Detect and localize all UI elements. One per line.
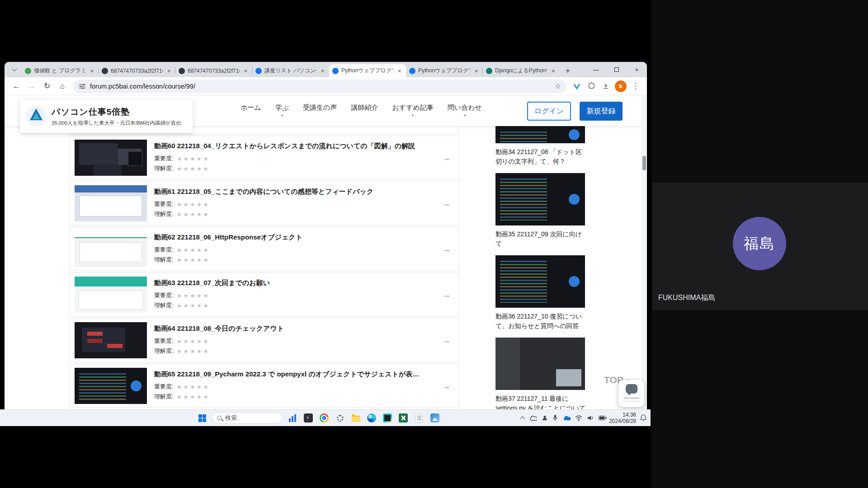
- browser-tab[interactable]: 講座リスト パソコン仕事... ×: [252, 64, 329, 77]
- star-rating[interactable]: ★★★★★: [177, 155, 210, 162]
- minimize-button[interactable]: —: [586, 62, 606, 77]
- scrollbar[interactable]: [642, 95, 647, 409]
- home-button[interactable]: ⌂: [55, 79, 70, 94]
- photos-icon[interactable]: [429, 412, 441, 424]
- settings-gear-icon[interactable]: [334, 412, 346, 424]
- onedrive-icon[interactable]: [529, 415, 537, 421]
- lesson-thumbnail[interactable]: [75, 277, 147, 313]
- browser-tab[interactable]: 68747470733a2f2f716... ×: [99, 64, 175, 77]
- wifi-icon[interactable]: [575, 415, 582, 421]
- extension-v-icon[interactable]: [570, 80, 584, 93]
- video-thumbnail[interactable]: [495, 126, 585, 143]
- sidebar-video-item[interactable]: 動画34 221127_08 「ドット区切りの文字列」て、何？: [495, 126, 587, 166]
- lesson-card[interactable]: 動画60 221218_04_リクエストからレスポンスまでの流れについての「図解…: [70, 136, 459, 180]
- extensions-puzzle-icon[interactable]: [585, 80, 598, 93]
- tab-search-button[interactable]: [9, 64, 20, 75]
- nav-item[interactable]: 受講生の声: [303, 95, 337, 126]
- star-rating[interactable]: ★★★★★: [177, 394, 210, 400]
- nav-item[interactable]: 学ぶ ▼: [275, 95, 289, 126]
- lesson-card[interactable]: 動画61 221218_05_ここまでの内容についての感想等とフィードバック 重…: [70, 181, 459, 225]
- taskbar-clock[interactable]: 14:36 2024/08/28: [609, 412, 636, 424]
- tab-close-icon[interactable]: ×: [396, 67, 403, 75]
- video-thumbnail[interactable]: [495, 173, 585, 225]
- star-rating[interactable]: ★★★★★: [177, 338, 210, 345]
- video-thumbnail[interactable]: [495, 255, 585, 308]
- arrow-right-icon[interactable]: →: [442, 381, 451, 391]
- scrollbar-thumb[interactable]: [642, 156, 646, 170]
- site-info-icon[interactable]: [79, 83, 86, 90]
- browser-tab[interactable]: 68747470733a2f2f716... ×: [175, 64, 252, 77]
- microphone-icon[interactable]: [552, 414, 558, 422]
- volume-icon[interactable]: [587, 415, 594, 421]
- downloads-icon[interactable]: [599, 80, 613, 93]
- sidebar-video-item[interactable]: 動画35 221127_09 次回に向けて: [495, 173, 587, 249]
- star-rating[interactable]: ★★★★★: [177, 302, 210, 309]
- new-tab-button[interactable]: +: [561, 65, 574, 77]
- star-rating[interactable]: ★★★★★: [177, 348, 210, 355]
- nav-item[interactable]: ホーム: [241, 95, 261, 126]
- nav-item[interactable]: 講師紹介: [351, 95, 378, 126]
- arrow-right-icon[interactable]: →: [442, 244, 451, 254]
- tab-close-icon[interactable]: ×: [165, 67, 172, 75]
- browser-tab[interactable]: Pythonウェブプログラミン... ×: [406, 64, 483, 77]
- lesson-thumbnail[interactable]: [75, 231, 147, 267]
- address-bar[interactable]: forum.pc5bai.com/lesson/course/99/ ☆: [73, 80, 566, 93]
- maximize-button[interactable]: [606, 62, 627, 77]
- back-button[interactable]: ←: [9, 79, 24, 94]
- forward-button[interactable]: →: [24, 79, 39, 94]
- sidebar-video-item[interactable]: 動画37 221127_11 最後に settings.py を読むことについて: [495, 338, 587, 409]
- star-rating[interactable]: ★★★★★: [177, 384, 210, 390]
- browser-tab[interactable]: DjangoによるPythonウェ... ×: [483, 64, 560, 77]
- star-rating[interactable]: ★★★★★: [177, 165, 210, 172]
- star-rating[interactable]: ★★★★★: [177, 257, 210, 263]
- video-thumbnail[interactable]: [495, 338, 585, 390]
- star-rating[interactable]: ★★★★★: [177, 247, 210, 253]
- lesson-thumbnail[interactable]: [75, 185, 147, 221]
- bookmark-star-icon[interactable]: ☆: [555, 82, 561, 90]
- notification-bell-icon[interactable]: [640, 414, 646, 423]
- login-button[interactable]: ログイン: [527, 102, 571, 121]
- register-button[interactable]: 新規登録: [580, 102, 623, 121]
- chat-widget-button[interactable]: [618, 380, 644, 407]
- contacts-icon[interactable]: [542, 415, 548, 421]
- tab-close-icon[interactable]: ×: [550, 67, 557, 75]
- site-logo[interactable]: パソコン仕事5倍塾 35,000人を指導した東大卒・元日本IBM社内講師が直伝: [20, 99, 193, 133]
- terminal-icon[interactable]: [302, 412, 314, 424]
- pycharm-icon[interactable]: [382, 412, 393, 424]
- start-button[interactable]: [196, 412, 208, 424]
- edge-icon[interactable]: [366, 412, 377, 424]
- nav-item[interactable]: おすすめ記事 ▼: [392, 95, 433, 126]
- lesson-card[interactable]: 動画63 221218_07_次回までのお願い 重要度: ★★★★★ 理解度: …: [70, 272, 459, 317]
- widgets-icon[interactable]: [287, 412, 298, 424]
- browser-tab[interactable]: Pythonウェブプログラミン... ×: [329, 64, 406, 77]
- lesson-card[interactable]: 動画65 221218_09_Pycharm 2022.3 で openpyxl…: [70, 364, 459, 408]
- chrome-icon[interactable]: [318, 412, 330, 424]
- nav-item[interactable]: 問い合わせ ▼: [448, 95, 482, 126]
- tab-close-icon[interactable]: ×: [89, 67, 95, 75]
- menu-kebab-icon[interactable]: ⋮: [629, 80, 642, 93]
- star-rating[interactable]: ★★★★★: [177, 201, 210, 208]
- arrow-right-icon[interactable]: →: [442, 290, 451, 300]
- arrow-right-icon[interactable]: →: [442, 335, 451, 346]
- star-rating[interactable]: ★★★★★: [177, 211, 210, 218]
- tab-close-icon[interactable]: ×: [242, 67, 249, 75]
- file-explorer-icon[interactable]: [350, 412, 362, 424]
- tab-close-icon[interactable]: ×: [319, 67, 326, 75]
- cloud-sync-icon[interactable]: [562, 415, 571, 421]
- arrow-right-icon[interactable]: →: [442, 153, 451, 163]
- lesson-thumbnail[interactable]: [75, 322, 147, 358]
- star-rating[interactable]: ★★★★★: [177, 292, 210, 299]
- tray-expand-icon[interactable]: [520, 416, 525, 421]
- profile-avatar[interactable]: k: [615, 80, 627, 92]
- notepad-icon[interactable]: [413, 412, 425, 424]
- sidebar-video-item[interactable]: 動画36 221127_10 復習について。お知らせと質問への回答: [495, 255, 587, 331]
- reload-button[interactable]: ↻: [40, 79, 54, 94]
- tab-close-icon[interactable]: ×: [473, 67, 480, 75]
- excel-icon[interactable]: [397, 412, 409, 424]
- battery-icon[interactable]: [599, 416, 607, 420]
- lesson-card[interactable]: 動画64 221218_08_今日のチェックアウト 重要度: ★★★★★ 理解度…: [70, 318, 459, 362]
- lesson-thumbnail[interactable]: [75, 140, 147, 176]
- close-window-button[interactable]: ×: [627, 62, 647, 77]
- lesson-card[interactable]: 動画62 221218_06_HttpResponseオブジェクト 重要度: ★…: [70, 227, 459, 271]
- url-text[interactable]: forum.pc5bai.com/lesson/course/99/: [90, 83, 551, 90]
